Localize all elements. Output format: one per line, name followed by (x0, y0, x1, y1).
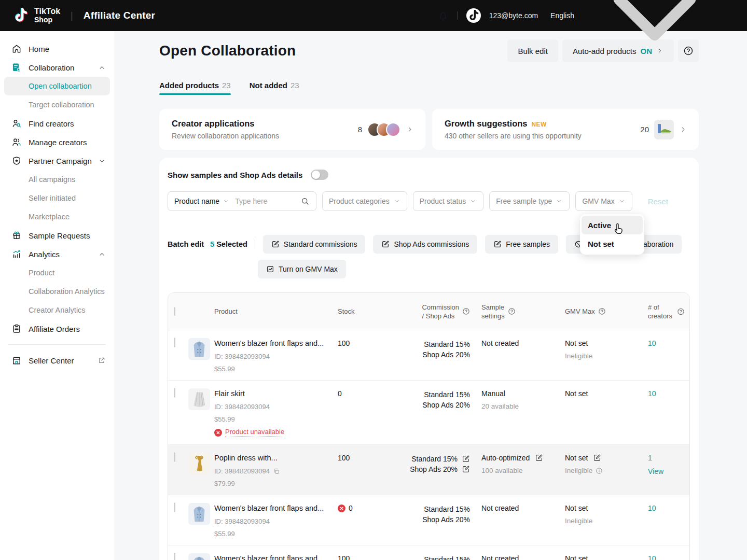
reset-filters-button[interactable]: Reset (648, 197, 668, 206)
sidebar-item-seller-initiated[interactable]: Seller initiated (4, 189, 110, 207)
edit-icon[interactable] (535, 454, 543, 462)
row-checkbox[interactable] (174, 553, 175, 560)
edit-icon[interactable] (593, 454, 601, 462)
help-icon[interactable] (508, 307, 516, 315)
creators-count-link[interactable]: 10 (648, 504, 689, 512)
collaboration-icon (11, 62, 22, 73)
gmv-max-dropdown-menu: ActiveNot set (580, 214, 644, 255)
sidebar-item-marketplace[interactable]: Marketplace (4, 207, 110, 226)
free-samples-button[interactable]: Free samples (485, 235, 558, 254)
filter-product-categories[interactable]: Product categories (322, 191, 407, 211)
show-samples-toggle[interactable] (311, 170, 328, 180)
row-checkbox[interactable] (174, 502, 175, 512)
brand-line1: TikTok (34, 7, 60, 16)
product-name-select[interactable]: Product name (174, 197, 219, 205)
help-icon[interactable] (677, 307, 685, 315)
avatar[interactable] (466, 8, 481, 23)
sidebar-item-collaboration[interactable]: Collaboration (0, 58, 114, 77)
tab-not-added[interactable]: Not added23 (250, 81, 299, 95)
edit-icon[interactable] (462, 465, 470, 473)
gmv-option-not-set[interactable]: Not set (582, 234, 643, 253)
growth-suggestions-card[interactable]: Growth suggestionsNEW 430 other sellers … (432, 109, 699, 150)
product-thumbnail (188, 338, 214, 360)
copy-icon[interactable] (273, 468, 280, 475)
sidebar-item-open-collaboartion[interactable]: Open collaboartion (4, 77, 110, 95)
product-thumbnail (188, 388, 214, 410)
standard-commissions-button[interactable]: Standard commissions (263, 235, 366, 254)
edit-icon (381, 240, 390, 248)
sidebar-item-partner-campaign[interactable]: Partner Campaign (0, 151, 114, 170)
table-header: Product Stock Commission / Shop Ads Samp… (168, 293, 689, 330)
sidebar-item-home[interactable]: Home (0, 39, 114, 58)
product-id-text: ID: 398482093094 (214, 467, 270, 475)
stock-cell: ✕0 (338, 503, 405, 512)
sidebar-item-analytics[interactable]: Analytics (0, 245, 114, 263)
product-thumbnail (188, 503, 214, 525)
creators-count-link[interactable]: 10 (648, 389, 689, 398)
commission-cell: Standard 15%Shop Ads 20% (405, 338, 470, 360)
search-input[interactable] (235, 197, 300, 205)
creator-applications-card[interactable]: Creator applications Review collaboratio… (159, 109, 425, 150)
stock-cell: 100 (338, 338, 405, 347)
sidebar-item-product[interactable]: Product (4, 263, 110, 282)
filter-gmv-max[interactable]: GMV Max (575, 191, 632, 211)
language-selector[interactable]: English (550, 0, 732, 93)
show-samples-toggle-label: Show samples and Shop Ads details (168, 171, 302, 179)
chevron-down-icon (618, 198, 626, 205)
sidebar-item-manage-creators[interactable]: Manage creators (0, 133, 114, 151)
shop-ads-commissions-button[interactable]: Shop Ads commissions (373, 235, 477, 254)
row-checkbox[interactable] (174, 452, 175, 462)
table-row: Women's blazer front flaps and...ID: 398… (168, 495, 689, 545)
sidebar-item-seller-center[interactable]: Seller Center (0, 351, 114, 370)
gmv-max-cell: Not set (565, 388, 648, 398)
info-icon[interactable] (596, 467, 603, 474)
seller-center-icon (11, 355, 22, 366)
filter-row: Product name Product categoriesProduct s… (168, 191, 690, 211)
product-name: Women's blazer front flaps and... (214, 553, 338, 560)
sample-value: Not created (481, 554, 519, 560)
product-name: Women's blazer front flaps and... (214, 338, 338, 347)
turn-on-gmv-max-button[interactable]: Turn on GMV Max (258, 260, 346, 278)
sidebar-item-target-collaboration[interactable]: Target collaboration (4, 95, 110, 114)
product-thumbnail (188, 453, 214, 474)
find-creators-icon (11, 118, 22, 129)
sidebar-item-all-campaigns[interactable]: All campaigns (4, 170, 110, 189)
bell-icon[interactable] (437, 9, 449, 22)
help-icon[interactable] (598, 307, 606, 315)
filter-free-sample-type[interactable]: Free sample type (489, 191, 570, 211)
view-link[interactable]: View (648, 467, 689, 475)
row-checkbox[interactable] (174, 388, 175, 398)
creators-cell: 10 (648, 553, 689, 560)
sidebar-item-label: Seller Center (29, 356, 74, 365)
gmv-sub-value: Ineligible (565, 352, 648, 360)
product-cell: Poplin dress with...ID: 398482093094$79.… (214, 453, 338, 487)
sidebar-item-sample-requests[interactable]: Sample Requests (0, 226, 114, 245)
sidebar-item-collaboration-analytics[interactable]: Collaboration Analytics (4, 282, 110, 301)
sidebar-item-find-creators[interactable]: Find creators (0, 114, 114, 133)
product-unavailable: ✕Product unavailable (214, 428, 338, 437)
sidebar-item-affiliate-orders[interactable]: Affiliate Orders (0, 319, 114, 338)
tab-added-products[interactable]: Added products23 (159, 81, 231, 95)
help-icon[interactable] (462, 307, 470, 315)
gmv-option-active[interactable]: Active (582, 216, 643, 234)
sidebar-item-label: Collaboration Analytics (29, 287, 105, 296)
creators-count-link[interactable]: 10 (648, 339, 689, 347)
sidebar-item-label: Target collaboration (29, 101, 94, 109)
creators-count-link[interactable]: 1 (648, 454, 689, 462)
sidebar: HomeCollaborationOpen collaboartionTarge… (0, 31, 114, 560)
sample-sub-value: 100 available (481, 467, 565, 474)
row-checkbox[interactable] (174, 338, 175, 347)
table-row: Poplin dress with...ID: 398482093094$79.… (168, 445, 689, 495)
search-icon[interactable] (300, 197, 310, 206)
chevron-right-icon (679, 125, 687, 134)
select-all-checkbox[interactable] (174, 307, 175, 316)
creators-cell: 1View (648, 453, 689, 475)
commission-value: Standard 15% (424, 504, 470, 514)
product-name: Women's blazer front flaps and... (214, 503, 338, 512)
edit-icon[interactable] (462, 455, 470, 463)
unavailable-label[interactable]: Product unavailable (225, 428, 284, 437)
col-stock: Stock (338, 307, 405, 316)
creators-count-link[interactable]: 10 (648, 554, 689, 560)
filter-product-status[interactable]: Product status (413, 191, 484, 211)
sidebar-item-creator-analytics[interactable]: Creator Analytics (4, 301, 110, 319)
